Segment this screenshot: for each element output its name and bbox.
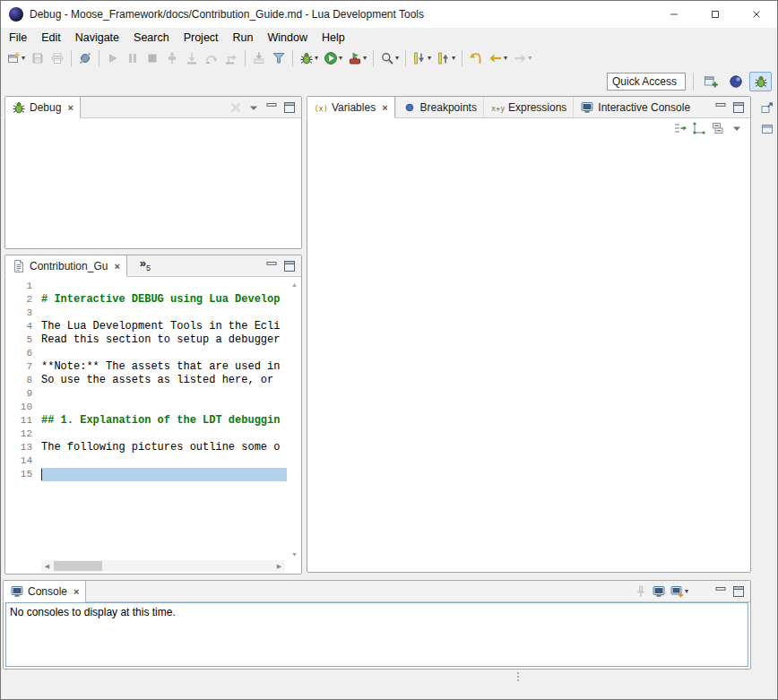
code-line[interactable]	[41, 280, 287, 293]
restore-minimized-view-button[interactable]	[758, 99, 775, 116]
forward-button[interactable]: ▾	[511, 48, 533, 68]
display-console-button[interactable]	[651, 583, 668, 600]
code-line[interactable]: **Note:** The assets that are used in	[41, 360, 287, 374]
external-tools-button[interactable]: ▾	[346, 48, 368, 68]
menu-project[interactable]: Project	[177, 30, 226, 46]
resume-button[interactable]	[104, 48, 122, 68]
debug-perspective-button[interactable]	[749, 72, 772, 91]
collapse-all-button[interactable]	[709, 120, 726, 137]
menu-run[interactable]: Run	[226, 30, 261, 46]
step-over-button[interactable]	[203, 48, 220, 68]
tab-interactive-console[interactable]: Interactive Console	[573, 97, 696, 117]
editor-tab-overflow[interactable]: » 5	[127, 255, 158, 276]
pin-console-button[interactable]	[633, 583, 650, 600]
maximize-window-button[interactable]	[695, 1, 736, 28]
titlebar[interactable]: Debug - Moose_Framework/docs/Contributio…	[1, 1, 777, 28]
console-content[interactable]: No consoles to display at this time.	[5, 602, 748, 667]
code-line[interactable]	[41, 468, 287, 481]
code-line[interactable]: The Lua Development Tools in the Ecli	[41, 320, 287, 333]
horizontal-scrollbar[interactable]: ◀ ▶	[41, 560, 285, 572]
code-line[interactable]	[41, 454, 287, 468]
variables-content[interactable]	[307, 138, 750, 572]
maximize-button[interactable]	[281, 257, 298, 274]
close-icon[interactable]: ×	[382, 102, 387, 113]
show-type-names-button[interactable]	[671, 120, 688, 137]
print-button[interactable]	[48, 48, 66, 68]
search-button[interactable]: ▾	[378, 48, 401, 68]
new-wizard-button[interactable]: ▾	[4, 48, 27, 68]
code-line[interactable]: The following pictures outline some o	[41, 441, 287, 454]
quick-access-box[interactable]: Quick Access	[607, 73, 686, 91]
step-into-button[interactable]	[183, 48, 201, 68]
ldt-perspective-button[interactable]	[724, 72, 747, 91]
tab-variables[interactable]: (x)=Variables×	[307, 97, 395, 118]
scroll-down-icon[interactable]: ▼	[291, 551, 298, 557]
debug-view-content[interactable]	[5, 118, 301, 248]
show-logical-structures-button[interactable]	[690, 120, 707, 137]
maximize-button[interactable]	[281, 99, 298, 116]
code-line[interactable]: ## 1. Explanation of the LDT debuggin	[41, 414, 287, 428]
code-line[interactable]	[41, 347, 287, 360]
maximize-button[interactable]	[730, 583, 747, 600]
suspend-button[interactable]	[124, 48, 142, 68]
scroll-right-icon[interactable]: ▶	[273, 560, 285, 572]
save-button[interactable]	[29, 48, 47, 68]
use-step-filters-button[interactable]	[270, 48, 288, 68]
code-line[interactable]	[41, 307, 287, 320]
close-icon[interactable]: ×	[73, 586, 79, 597]
file-icon	[12, 259, 26, 273]
debug-button[interactable]: ▾	[298, 48, 320, 68]
code-line[interactable]: # Interactive DEBUG using Lua Develop	[41, 293, 287, 307]
close-window-button[interactable]	[736, 1, 777, 28]
menu-file[interactable]: File	[2, 30, 34, 46]
next-annotation-button[interactable]: ▾	[411, 48, 433, 68]
drop-to-frame-button[interactable]	[250, 48, 268, 68]
view-menu-button[interactable]	[245, 99, 262, 116]
minimized-view-button[interactable]	[758, 120, 775, 137]
editor-content[interactable]: 123456789101112131415 # Interactive DEBU…	[5, 277, 301, 574]
code-line[interactable]: So use the assets as listed here, or	[41, 374, 287, 387]
minimize-button[interactable]	[712, 583, 729, 600]
remove-terminated-button[interactable]	[227, 99, 244, 116]
code-line[interactable]	[41, 387, 287, 401]
back-button[interactable]: ▾	[487, 48, 509, 68]
menu-navigate[interactable]: Navigate	[68, 30, 126, 46]
menu-edit[interactable]: Edit	[34, 30, 68, 46]
editor-code[interactable]: # Interactive DEBUG using Lua DevelopThe…	[41, 280, 287, 481]
step-return-button[interactable]	[222, 48, 240, 68]
scroll-left-icon[interactable]: ◀	[41, 560, 53, 572]
previous-annotation-button[interactable]: ▾	[435, 48, 457, 68]
minimize-button[interactable]	[263, 257, 280, 274]
tab-contribution-guide[interactable]: Contribution_Gu ×	[4, 255, 127, 277]
close-icon[interactable]: ×	[114, 261, 119, 272]
disconnect-button[interactable]	[163, 48, 181, 68]
close-icon[interactable]: ×	[67, 102, 73, 113]
console-header: Console × ▾	[4, 581, 750, 602]
skip-breakpoints-button[interactable]	[76, 48, 94, 68]
variables-header: (x)=Variables×Breakpointsx+yExpressionsI…	[307, 97, 750, 118]
run-button[interactable]: ▾	[322, 48, 344, 68]
code-line[interactable]	[41, 401, 287, 414]
scroll-up-icon[interactable]: ▲	[291, 281, 298, 288]
tab-breakpoints[interactable]: Breakpoints	[395, 97, 483, 117]
view-menu-button[interactable]	[728, 120, 745, 137]
open-perspective-button[interactable]	[699, 72, 722, 91]
minimize-window-button[interactable]	[653, 1, 695, 28]
maximize-button[interactable]	[730, 99, 747, 116]
menu-search[interactable]: Search	[126, 30, 177, 46]
open-console-button[interactable]: ▾	[669, 583, 689, 600]
tab-console[interactable]: Console ×	[3, 581, 86, 602]
sash-handle[interactable]	[516, 672, 520, 685]
minimize-button[interactable]	[712, 99, 729, 116]
tab-expressions[interactable]: x+yExpressions	[483, 97, 573, 117]
code-line[interactable]	[41, 428, 287, 441]
previous-annotation-icon	[437, 51, 451, 65]
last-edit-location-button[interactable]	[467, 48, 485, 68]
terminate-button[interactable]	[143, 48, 161, 68]
minimize-button[interactable]	[263, 99, 280, 116]
menu-help[interactable]: Help	[315, 30, 352, 46]
scrollbar-thumb[interactable]	[54, 561, 102, 571]
tab-debug[interactable]: Debug ×	[4, 97, 81, 118]
code-line[interactable]: Read this section to setup a debugger	[41, 333, 287, 347]
menu-window[interactable]: Window	[261, 30, 315, 46]
